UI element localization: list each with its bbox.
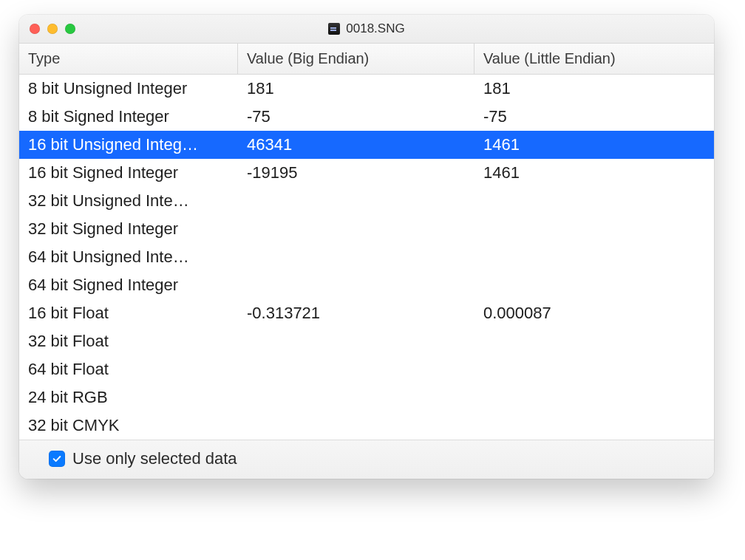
checkmark-icon [52,454,62,464]
window: 0018.SNG Type Value (Big Endian) Value (… [19,15,714,479]
cell-type: 64 bit Unsigned Inte… [19,247,238,267]
zoom-icon[interactable] [65,24,75,34]
titlebar: 0018.SNG [19,15,714,44]
cell-type: 16 bit Signed Integer [19,163,238,182]
document-icon [328,23,340,35]
cell-little-endian: 1461 [474,135,714,154]
cell-type: 32 bit Signed Integer [19,219,238,239]
cell-little-endian: 1461 [474,163,714,182]
cell-type: 16 bit Float [19,304,238,323]
cell-little-endian: 181 [474,79,714,98]
table-body: 8 bit Unsigned Integer1811818 bit Signed… [19,75,714,440]
table-row[interactable]: 64 bit Unsigned Inte… [19,243,714,271]
cell-type: 32 bit CMYK [19,416,238,435]
cell-type: 16 bit Unsigned Integ… [19,135,238,154]
column-header-type[interactable]: Type [19,44,238,74]
cell-big-endian: 46341 [238,135,474,154]
column-header-big[interactable]: Value (Big Endian) [238,44,474,74]
cell-type: 32 bit Unsigned Inte… [19,191,238,211]
table-row[interactable]: 16 bit Signed Integer-191951461 [19,159,714,187]
cell-type: 24 bit RGB [19,388,238,407]
table-row[interactable]: 64 bit Float [19,355,714,383]
column-header-little[interactable]: Value (Little Endian) [474,44,714,74]
table-row[interactable]: 32 bit CMYK [19,412,714,440]
cell-big-endian: -19195 [238,163,474,182]
cell-type: 64 bit Float [19,360,238,379]
use-selected-label: Use only selected data [72,449,237,468]
cell-big-endian: 181 [238,79,474,98]
cell-big-endian: -75 [238,107,474,126]
cell-type: 64 bit Signed Integer [19,276,238,295]
cell-type: 32 bit Float [19,332,238,351]
window-title: 0018.SNG [346,21,404,36]
cell-big-endian: -0.313721 [238,304,474,323]
use-selected-checkbox[interactable] [49,451,65,467]
table-row[interactable]: 16 bit Unsigned Integ…463411461 [19,131,714,159]
table-row[interactable]: 8 bit Signed Integer-75-75 [19,103,714,131]
table-header: Type Value (Big Endian) Value (Little En… [19,44,714,75]
table-row[interactable]: 16 bit Float-0.3137210.000087 [19,299,714,327]
table-row[interactable]: 32 bit Unsigned Inte… [19,187,714,215]
cell-little-endian: -75 [474,107,714,126]
cell-type: 8 bit Unsigned Integer [19,79,238,98]
footer: Use only selected data [19,440,714,479]
table-row[interactable]: 32 bit Signed Integer [19,215,714,243]
cell-little-endian: 0.000087 [474,304,714,323]
close-icon[interactable] [30,24,40,34]
table-row[interactable]: 32 bit Float [19,327,714,355]
table-row[interactable]: 64 bit Signed Integer [19,271,714,299]
cell-type: 8 bit Signed Integer [19,107,238,126]
table-row[interactable]: 8 bit Unsigned Integer181181 [19,75,714,103]
minimize-icon[interactable] [47,24,58,34]
table-row[interactable]: 24 bit RGB [19,383,714,412]
